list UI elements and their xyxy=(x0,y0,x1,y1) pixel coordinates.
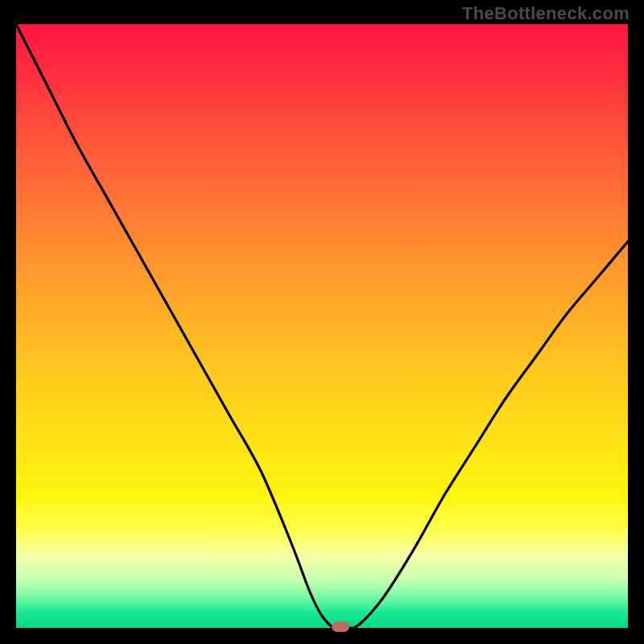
optimum-marker xyxy=(332,621,349,632)
chart-frame: TheBottleneck.com xyxy=(0,0,644,644)
bottleneck-curve xyxy=(16,24,628,628)
watermark-text: TheBottleneck.com xyxy=(462,3,630,24)
plot-area xyxy=(16,24,628,628)
